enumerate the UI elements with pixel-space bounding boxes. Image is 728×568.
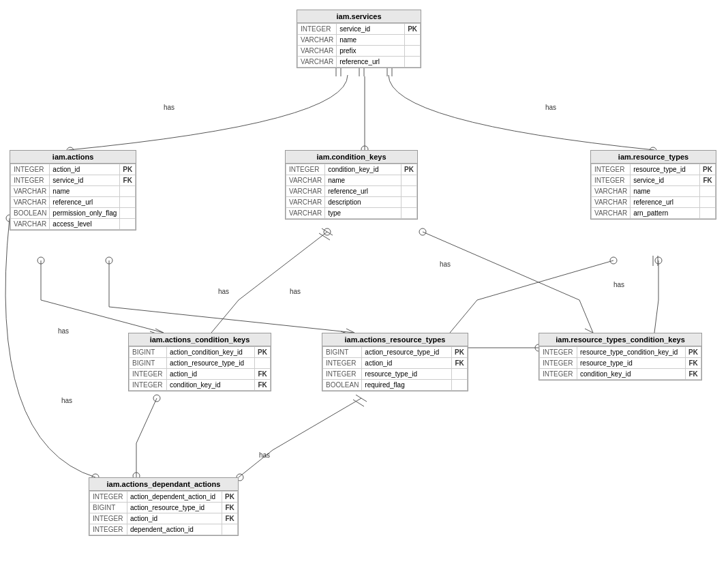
table-row: VARCHARprefix [298,46,421,57]
svg-point-17 [324,228,331,235]
table-row: INTEGERaction_idFK [130,369,271,380]
table-iam-actions-dependant-actions: iam.actions_dependant_actions INTEGERact… [89,477,239,536]
table-row: BIGINTaction_resource_type_idPK [323,347,468,358]
table-row: INTEGERaction_idFK [323,358,468,369]
table-iam-resource-types-condition-keys: iam.resource_types_condition_keys INTEGE… [539,333,702,380]
svg-line-19 [319,233,330,240]
svg-point-27 [655,257,662,264]
table-iam-resource-types: iam.resource_types INTEGERresource_type_… [590,150,716,220]
table-row: BIGINTaction_resource_type_idFK [90,503,238,513]
table-row: INTEGERresource_type_idPK [592,164,716,175]
svg-line-18 [322,228,333,235]
table-header-iam-condition-keys: iam.condition_keys [286,151,417,164]
table-iam-actions-condition-keys: iam.actions_condition_keys BIGINTaction_… [128,333,271,391]
label-has-2: has [545,104,556,111]
table-row: VARCHARname [11,186,136,197]
table-row: INTEGERaction_idPK [11,164,136,175]
table-iam-actions: iam.actions INTEGERaction_idPK INTEGERse… [10,150,136,230]
table-row: BOOLEANrequired_flag [323,380,468,391]
label-has-1: has [164,104,175,111]
table-row: INTEGERdependent_action_id [90,524,238,535]
table-row: VARCHARreference_url [286,186,417,197]
label-has-6: has [440,260,451,268]
table-row: BIGINTaction_condition_key_idPK [130,347,271,358]
label-has-8: has [259,451,270,459]
label-has-3: has [58,327,69,335]
table-row: VARCHARtype [286,208,417,219]
svg-line-34 [353,400,364,406]
table-row: INTEGERresource_type_id [323,369,468,380]
svg-point-31 [153,395,160,402]
table-row: INTEGERresource_type_idFK [540,358,701,369]
table-row: BIGINTaction_resource_type_id [130,358,271,369]
table-row: INTEGERservice_idPK [298,24,421,35]
table-header-iam-ada: iam.actions_dependant_actions [89,478,238,491]
table-row: VARCHARname [592,186,716,197]
label-has-9: has [61,397,72,404]
table-row: VARCHARreference_url [592,197,716,208]
table-row: VARCHARaccess_level [11,219,136,230]
table-row: VARCHARreference_url [298,57,421,68]
table-iam-condition-keys: iam.condition_keys INTEGERcondition_key_… [285,150,418,220]
table-iam-actions-resource-types: iam.actions_resource_types BIGINTaction_… [322,333,468,391]
table-row: VARCHARdescription [286,197,417,208]
table-row: VARCHARreference_url [11,197,136,208]
table-header-iam-actions-condition-keys: iam.actions_condition_keys [129,333,271,346]
table-row: INTEGERservice_idFK [592,175,716,186]
svg-point-9 [37,257,44,264]
svg-point-13 [106,257,112,264]
table-row: BOOLEANpermission_only_flag [11,208,136,219]
table-row: VARCHARarn_pattern [592,208,716,219]
label-has-5: has [290,288,301,295]
table-row: INTEGERcondition_key_idFK [130,380,271,391]
table-header-iam-resource-types: iam.resource_types [591,151,716,164]
svg-point-20 [419,228,426,235]
table-row: INTEGERresource_type_condition_key_idPK [540,347,701,358]
table-row: VARCHARname [298,35,421,46]
svg-line-33 [356,395,367,402]
table-iam-services: iam.services INTEGERservice_idPK VARCHAR… [297,10,421,68]
table-row: VARCHARname [286,175,417,186]
label-has-7: has [613,281,624,288]
table-row: INTEGERcondition_key_idPK [286,164,417,175]
table-header-iam-actions-resource-types: iam.actions_resource_types [322,333,468,346]
table-row: INTEGERaction_idFK [90,513,238,524]
table-header-iam-services: iam.services [297,10,421,23]
table-row: INTEGERaction_dependent_action_idPK [90,492,238,503]
table-header-iam-actions: iam.actions [10,151,136,164]
table-row: INTEGERcondition_key_idFK [540,369,701,380]
svg-point-30 [610,257,617,264]
table-row: INTEGERservice_idFK [11,175,136,186]
table-header-iam-rtck: iam.resource_types_condition_keys [539,333,701,346]
erd-diagram: has has has has has has has has has iam.… [0,0,728,568]
label-has-4: has [218,288,229,295]
